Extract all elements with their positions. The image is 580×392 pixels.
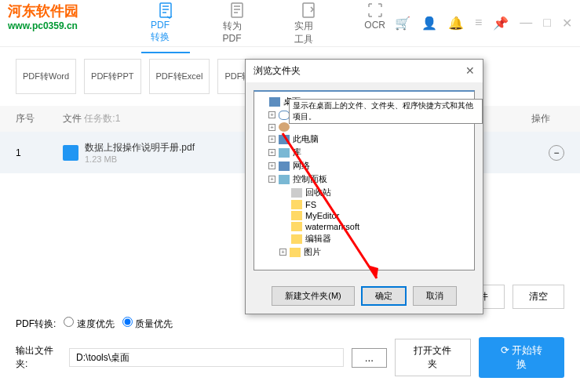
person-icon bbox=[279, 122, 290, 132]
brand-title: 河东软件园 bbox=[8, 2, 78, 20]
tree-toggle-icon[interactable]: + bbox=[279, 249, 286, 256]
document-to-pdf-icon bbox=[228, 1, 246, 20]
tree-item-label: FS bbox=[305, 200, 316, 209]
tree-item[interactable]: 编辑器 bbox=[257, 232, 471, 245]
folder-icon bbox=[290, 248, 301, 257]
tree-toggle-icon[interactable]: + bbox=[268, 176, 275, 183]
tree-item-label: watermarksoft bbox=[305, 222, 359, 231]
file-size: 1.23 MB bbox=[85, 154, 195, 164]
clear-button[interactable]: 清空 bbox=[513, 285, 564, 309]
folder-icon bbox=[291, 234, 302, 244]
tooltip: 显示在桌面上的文件、文件夹、程序快捷方式和其他项目。 bbox=[289, 99, 475, 124]
tree-item-label: 图片 bbox=[304, 246, 321, 258]
cancel-button[interactable]: 取消 bbox=[413, 286, 457, 306]
browse-folder-dialog: 浏览文件夹 ✕ 显示在桌面上的文件、文件夹、程序快捷方式和其他项目。 桌面+WP… bbox=[245, 59, 483, 314]
cp-icon bbox=[279, 175, 290, 184]
tree-toggle-icon[interactable]: + bbox=[268, 149, 275, 156]
browse-button[interactable]: ... bbox=[352, 348, 387, 368]
open-folder-button[interactable]: 打开文件夹 bbox=[395, 339, 471, 376]
ok-button[interactable]: 确定 bbox=[361, 286, 407, 306]
bin-icon bbox=[291, 188, 302, 198]
tree-item-label: 控制面板 bbox=[293, 173, 327, 185]
tree-item[interactable]: 回收站 bbox=[257, 186, 471, 199]
lib-icon bbox=[279, 148, 290, 158]
remove-button[interactable]: − bbox=[549, 145, 564, 161]
dialog-close-button[interactable]: ✕ bbox=[465, 64, 475, 78]
tree-item[interactable]: FS bbox=[257, 199, 471, 210]
svg-rect-1 bbox=[232, 3, 243, 17]
folder-icon bbox=[291, 211, 302, 220]
cloud-icon bbox=[279, 111, 290, 120]
subtab-pdf-word[interactable]: PDF转Word bbox=[16, 59, 76, 94]
minimize-icon[interactable]: — bbox=[520, 16, 532, 31]
start-convert-button[interactable]: ⟳ 开始转换 bbox=[479, 337, 564, 378]
file-icon bbox=[63, 145, 78, 161]
output-path-input[interactable] bbox=[69, 348, 344, 367]
cart-icon[interactable]: 🛒 bbox=[395, 16, 410, 31]
tree-item[interactable]: +库 bbox=[257, 146, 471, 159]
thumbtack-icon[interactable]: 📌 bbox=[493, 16, 509, 31]
tree-item[interactable]: MyEditor bbox=[257, 210, 471, 221]
subtab-pdf-excel[interactable]: PDF转Excel bbox=[149, 59, 210, 94]
tree-item-label: MyEditor bbox=[305, 211, 339, 220]
tree-item[interactable]: +此电脑 bbox=[257, 132, 471, 146]
tab-pdf-convert[interactable]: PDF 转换 bbox=[141, 0, 190, 53]
folder-icon bbox=[291, 222, 302, 231]
tree-item[interactable]: +图片 bbox=[257, 245, 471, 259]
tree-item-label: 此电脑 bbox=[293, 133, 319, 145]
maximize-icon[interactable]: □ bbox=[543, 16, 551, 31]
col-header-op: 操作 bbox=[517, 112, 564, 125]
tree-item-label: 编辑器 bbox=[305, 233, 331, 245]
tree-toggle-icon[interactable]: + bbox=[268, 124, 275, 131]
document-convert-icon bbox=[156, 1, 175, 20]
tree-toggle-icon[interactable]: + bbox=[268, 111, 275, 118]
folder-tree[interactable]: 显示在桌面上的文件、文件夹、程序快捷方式和其他项目。 桌面+WPS网盘++此电脑… bbox=[254, 90, 475, 270]
bell-icon[interactable]: 🔔 bbox=[448, 16, 464, 31]
tree-item-label: 回收站 bbox=[305, 187, 331, 198]
speed-option[interactable]: 速度优先 bbox=[64, 317, 114, 331]
brand-url: www.pc0359.cn bbox=[8, 20, 78, 31]
new-folder-button[interactable]: 新建文件夹(M) bbox=[272, 286, 355, 306]
dialog-title: 浏览文件夹 bbox=[254, 64, 301, 78]
tree-item[interactable]: watermarksoft bbox=[257, 221, 471, 232]
tree-toggle-icon[interactable]: + bbox=[268, 136, 275, 143]
folder-icon bbox=[291, 200, 302, 209]
tools-icon bbox=[299, 1, 318, 20]
svg-rect-0 bbox=[160, 3, 171, 17]
pdf-convert-label: PDF转换: bbox=[16, 318, 56, 331]
tab-tools[interactable]: 实用工具 bbox=[285, 0, 331, 53]
output-label: 输出文件夹: bbox=[16, 344, 61, 371]
tree-item[interactable]: +网络 bbox=[257, 159, 471, 172]
pc-icon bbox=[279, 135, 290, 144]
desktop-icon bbox=[269, 97, 280, 107]
tree-item-label: 库 bbox=[293, 147, 301, 158]
net-icon bbox=[279, 162, 290, 171]
tab-ocr[interactable]: OCR bbox=[355, 0, 395, 53]
col-header-seq: 序号 bbox=[16, 112, 63, 125]
col-header-file: 文件 bbox=[63, 113, 82, 124]
tab-to-pdf[interactable]: 转为 PDF bbox=[213, 0, 262, 53]
menu-icon[interactable]: ≡ bbox=[475, 16, 482, 31]
ocr-icon bbox=[366, 1, 385, 20]
tree-item[interactable]: +控制面板 bbox=[257, 172, 471, 186]
tree-toggle-icon[interactable]: + bbox=[268, 162, 275, 169]
quality-option[interactable]: 质量优先 bbox=[122, 317, 173, 331]
tree-item-label: 网络 bbox=[293, 160, 310, 172]
user-icon[interactable]: 👤 bbox=[421, 16, 437, 31]
subtab-pdf-ppt[interactable]: PDF转PPT bbox=[84, 59, 140, 94]
file-name: 数据上报操作说明手册.pdf bbox=[85, 141, 195, 154]
close-icon[interactable]: ✕ bbox=[562, 16, 572, 31]
task-count: 任务数:1 bbox=[84, 113, 120, 124]
file-seq: 1 bbox=[16, 147, 63, 158]
